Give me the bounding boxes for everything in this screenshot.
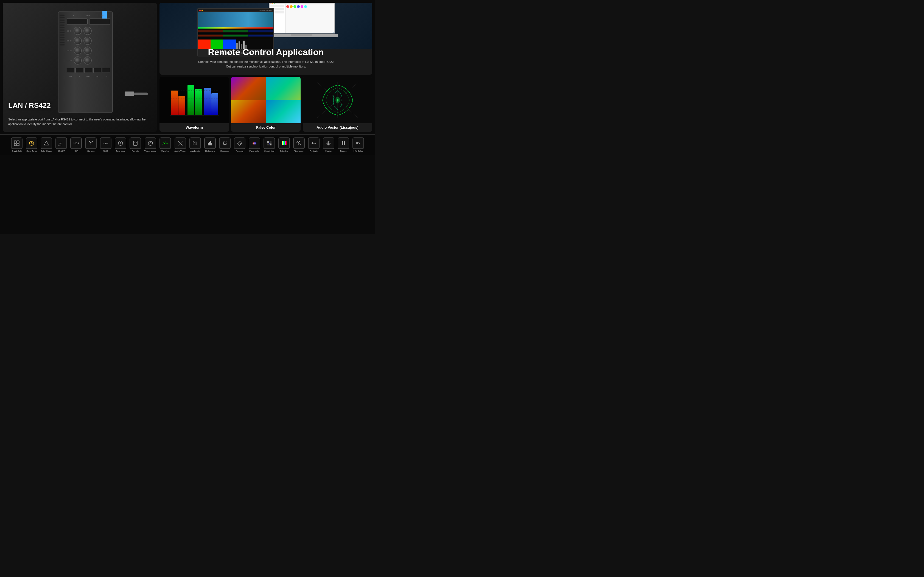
laptop-lid xyxy=(269,3,334,34)
svg-marker-56 xyxy=(239,142,241,144)
left-panel-bg: IN HDMI OUT xyxy=(3,3,157,132)
bnc-port-6 xyxy=(84,47,92,55)
tool-color-space[interactable]: Color Space xyxy=(39,136,53,153)
svg-line-52 xyxy=(226,145,226,145)
fc-q4 xyxy=(266,100,300,124)
tool-3d-lut[interactable]: 3DLUT3D-LUT xyxy=(54,136,68,153)
svg-marker-23 xyxy=(44,141,48,145)
svg-rect-66 xyxy=(283,141,283,145)
tool-quad-split[interactable]: Quad-Split xyxy=(10,136,24,153)
remote-control-section: 1920x1080 Temp: 40°C xyxy=(160,3,372,75)
win-max xyxy=(274,3,275,3)
false-color-label: False color xyxy=(250,150,260,152)
remote-label: Remote xyxy=(132,150,139,152)
laptop xyxy=(269,3,334,44)
marker-icon xyxy=(323,137,334,149)
svg-rect-5 xyxy=(212,93,218,115)
tool-histogram[interactable]: Histogram xyxy=(203,136,217,153)
waveform-label: Waveform xyxy=(161,150,170,152)
hdmi-label: HDMI xyxy=(81,15,95,16)
bnc-row-3: 12G-SDI xyxy=(67,47,110,55)
check-field-label: Check field xyxy=(264,150,274,152)
svg-rect-60 xyxy=(267,141,269,143)
win-main xyxy=(286,5,334,33)
svg-rect-65 xyxy=(282,141,283,145)
tool-umd[interactable]: UMDUMD xyxy=(99,136,113,153)
pix-to-pix-label: Pix to pix xyxy=(310,150,318,152)
port-row-label: IN HDMI OUT xyxy=(67,15,110,16)
tool-color-bar[interactable]: Color bar xyxy=(277,136,291,153)
page-wrapper: IN HDMI OUT xyxy=(0,0,375,234)
monitor-screen xyxy=(198,12,273,49)
svg-rect-61 xyxy=(270,141,271,143)
audio-vector-icon xyxy=(174,137,186,149)
hdmi-in-port xyxy=(67,19,87,25)
hv-delay-label: H/V Delay xyxy=(354,150,363,152)
freeze-label: Freeze xyxy=(340,150,346,152)
dot-orange xyxy=(290,5,292,8)
false-color-panel: False Color xyxy=(231,77,300,132)
bnc-port-7 xyxy=(74,56,82,65)
vent-line xyxy=(60,22,65,23)
monitor-laptop-group: 1920x1080 Temp: 40°C xyxy=(197,5,334,44)
tool-color-temp[interactable]: Color Temp xyxy=(24,136,39,153)
tool-gamma[interactable]: Gamma xyxy=(84,136,98,153)
svg-rect-45 xyxy=(211,143,212,145)
tool-pixel-zoom[interactable]: Pixel zoom xyxy=(292,136,306,153)
tool-exposure[interactable]: Exposure xyxy=(218,136,232,153)
tool-vector-scope[interactable]: Vector scope xyxy=(143,136,158,153)
bnc-label-12g4: 12G-SDI xyxy=(67,60,72,61)
laptop-screen xyxy=(270,3,334,33)
svg-rect-19 xyxy=(17,141,19,143)
fc-q1 xyxy=(231,77,266,100)
out-label: OUT xyxy=(96,15,110,16)
color-space-icon xyxy=(40,137,52,149)
level-meter-label: Level meter xyxy=(190,150,200,152)
tool-hv-delay[interactable]: H/VH/V Delay xyxy=(351,136,365,153)
hdr-icon: HDR xyxy=(70,137,82,149)
rj45-in xyxy=(76,68,83,73)
tool-peaking[interactable]: Peaking xyxy=(233,136,247,153)
fc-q3 xyxy=(231,100,266,124)
svg-marker-55 xyxy=(237,141,242,145)
tool-waveform[interactable]: Waveform xyxy=(158,136,173,153)
umd-icon: UMD xyxy=(100,137,111,149)
bnc-row-4: 12G-SDI xyxy=(67,56,110,65)
exposure-label: Exposure xyxy=(220,150,229,152)
waveform-svg xyxy=(170,82,219,118)
tool-freeze[interactable]: Freeze xyxy=(336,136,351,153)
monitor-dot-red xyxy=(199,10,201,11)
tool-timecode[interactable]: Time code xyxy=(113,136,128,153)
swim-area xyxy=(198,12,273,29)
lan-heading: LAN / RS422 xyxy=(8,101,51,110)
tool-pix-to-pix[interactable]: Pix to pix xyxy=(307,136,321,153)
svg-text:H/V: H/V xyxy=(356,142,360,144)
color-temp-label: Color Temp xyxy=(26,150,37,152)
svg-rect-69 xyxy=(285,141,286,145)
svg-rect-1 xyxy=(178,96,185,115)
tools-row: Quad-SplitColor TempColor Space3DLUT3D-L… xyxy=(3,136,372,153)
vent-line xyxy=(60,25,65,26)
hdmi-row xyxy=(67,19,110,25)
3d-lut-icon: 3DLUT xyxy=(55,137,67,149)
bnc-label-12g2: 12G-SDI xyxy=(67,40,72,42)
svg-rect-43 xyxy=(209,142,210,145)
tool-check-field[interactable]: BCheck field xyxy=(262,136,276,153)
vent-line xyxy=(60,27,65,28)
pixel-zoom-label: Pixel zoom xyxy=(294,150,304,152)
tool-false-color[interactable]: FcFalse color xyxy=(247,136,262,153)
svg-rect-2 xyxy=(187,85,194,115)
vent-line xyxy=(60,44,65,45)
vector-scope-icon xyxy=(145,137,156,149)
freeze-icon xyxy=(338,137,349,149)
tool-hdr[interactable]: HDRHDR xyxy=(69,136,83,153)
tool-audio-vector[interactable]: Audio Vector xyxy=(173,136,187,153)
remote-control-desc: Connect your computer to control the mon… xyxy=(197,60,334,69)
tool-remote[interactable]: Remote xyxy=(128,136,142,153)
check-field-icon: B xyxy=(263,137,275,149)
monitor-top-bar: 1920x1080 Temp: 40°C xyxy=(198,9,273,12)
dot-red xyxy=(286,5,289,8)
tool-level-meter[interactable]: Level meter xyxy=(188,136,202,153)
top-section: IN HDMI OUT xyxy=(0,0,375,134)
tool-marker[interactable]: Marker xyxy=(321,136,336,153)
